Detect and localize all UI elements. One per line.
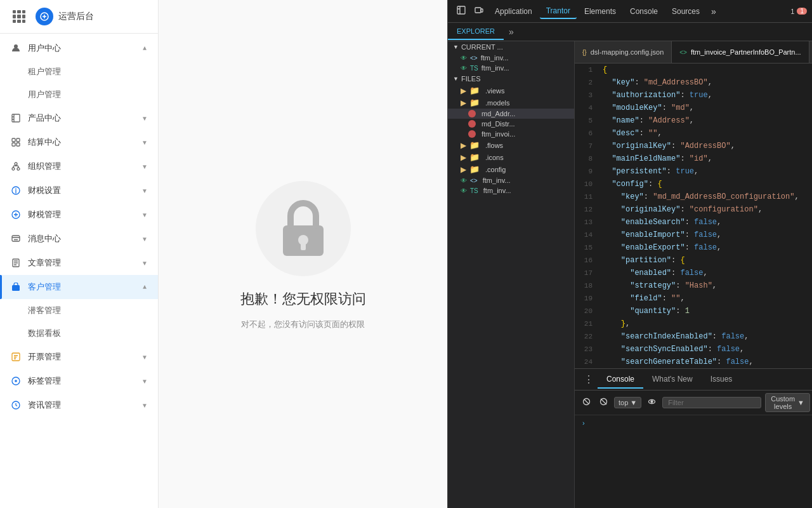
- file-item-md-addr[interactable]: md_Addr...: [448, 109, 574, 119]
- responsive-icon-btn[interactable]: [471, 4, 487, 18]
- file-item-ftm-ts[interactable]: 👁 TS ftm_inv...: [448, 185, 574, 196]
- chevron-icon: ▼: [141, 378, 148, 385]
- nav-sub-tenant[interactable]: 租户管理: [0, 60, 158, 83]
- files-section-header[interactable]: ▼ FILES: [448, 73, 574, 84]
- code-line-16: 16 "partition": {: [575, 254, 812, 267]
- devtools-panel: Application Trantor Elements Console Sou…: [447, 0, 812, 508]
- code-line-17: 17 "enabled": false,: [575, 267, 812, 279]
- tax-mgmt-label: 财税管理: [28, 209, 141, 220]
- clear-console-btn[interactable]: [580, 396, 593, 409]
- article-label: 文章管理: [28, 257, 141, 269]
- devtools-tab-console[interactable]: Console: [624, 4, 664, 18]
- filter-input[interactable]: [662, 397, 761, 408]
- nav-item-article[interactable]: 文章管理 ▼: [0, 251, 158, 275]
- vue-icon: <>: [470, 55, 478, 62]
- nav-item-customer[interactable]: 客户管理 ▼: [0, 275, 158, 299]
- ts-icon: TS: [470, 65, 478, 72]
- file-name: ftm_inv...: [483, 177, 511, 184]
- file-item-views[interactable]: ▶ 📁 .views: [448, 84, 574, 97]
- nav-item-message[interactable]: 消息中心 ▼: [0, 227, 158, 251]
- svg-rect-23: [481, 9, 483, 12]
- current-section-header[interactable]: ▼ CURRENT ...: [448, 41, 574, 53]
- issue-badge: 1 1: [790, 8, 807, 15]
- tab-issues[interactable]: Issues: [702, 371, 742, 389]
- folder-img-icon: 📁: [469, 140, 480, 150]
- file-item-config[interactable]: ▶ 📁 .config: [448, 163, 574, 175]
- tag-label: 标签管理: [28, 375, 141, 387]
- nav-sub-potential[interactable]: 潜客管理: [0, 299, 158, 322]
- tab-whats-new[interactable]: What's New: [643, 371, 702, 389]
- console-content[interactable]: ›: [575, 415, 812, 508]
- code-line-1: 1{: [575, 64, 812, 76]
- nav-item-org[interactable]: 组织管理 ▼: [0, 154, 158, 178]
- code-line-24: 24 "searchGenerateTable": false,: [575, 356, 812, 368]
- svg-rect-5: [12, 143, 15, 146]
- chevron-icon: ▼: [141, 284, 148, 291]
- chevron-icon: ▼: [141, 115, 148, 122]
- more-tabs-btn[interactable]: »: [707, 5, 720, 18]
- tab-explorer[interactable]: EXPLORER: [448, 23, 504, 40]
- devtools-tab-trantor[interactable]: Trantor: [540, 4, 577, 19]
- devtools-tab-application[interactable]: Application: [488, 4, 539, 18]
- svg-rect-6: [16, 143, 20, 146]
- chevron-icon: ▼: [141, 45, 148, 52]
- file-item-ftm-invoi[interactable]: ftm_invoi...: [448, 129, 574, 139]
- file-item-flows[interactable]: ▶ 📁 .flows: [448, 139, 574, 151]
- svg-rect-12: [12, 236, 20, 241]
- file-item-current-1[interactable]: 👁 <> ftm_inv...: [448, 53, 574, 63]
- top-context-btn[interactable]: top ▼: [614, 397, 641, 408]
- org-label: 组织管理: [28, 161, 141, 172]
- nav-item-settlement[interactable]: 结算中心 ▼: [0, 130, 158, 154]
- code-tabs: {} dsl-mapping.config.json <> ftm_invoic…: [575, 41, 812, 64]
- code-line-15: 15 "enableExport": false,: [575, 241, 812, 254]
- code-tab-dsl[interactable]: {} dsl-mapping.config.json: [575, 41, 672, 63]
- nav-sub-dashboard[interactable]: 数据看板: [0, 322, 158, 345]
- svg-rect-2: [12, 114, 20, 122]
- nav-item-user-center[interactable]: 用户中心 ▼: [0, 36, 158, 60]
- code-view[interactable]: 1{ 2 "key": "md_AddressBO", 3 "authoriza…: [575, 64, 812, 368]
- eye-icon: 👁: [461, 65, 467, 72]
- code-line-20: 20 "quantity": 1: [575, 305, 812, 318]
- nav-item-tax-settings[interactable]: 财税设置 ▼: [0, 178, 158, 203]
- nav-item-tax-mgmt[interactable]: 财税管理 ▼: [0, 203, 158, 227]
- folder-name: .views: [485, 87, 505, 95]
- file-item-models[interactable]: ▶ 📁 .models: [448, 97, 574, 109]
- settlement-center-label: 结算中心: [28, 137, 141, 148]
- code-panel: {} dsl-mapping.config.json <> ftm_invoic…: [575, 41, 812, 508]
- devtools-tab-elements[interactable]: Elements: [578, 4, 622, 18]
- custom-levels-btn[interactable]: Custom levels ▼: [765, 393, 810, 412]
- nav-item-product[interactable]: 产品中心 ▼: [0, 106, 158, 130]
- nav-item-invoice[interactable]: 开票管理 ▼: [0, 345, 158, 369]
- nav-item-tag[interactable]: 标签管理 ▼: [0, 369, 158, 393]
- kebab-menu-btn[interactable]: ⋮: [580, 372, 598, 387]
- more-icon[interactable]: »: [504, 23, 519, 41]
- eye-icon: 👁: [461, 55, 467, 62]
- tab-console[interactable]: Console: [598, 371, 643, 389]
- svg-rect-3: [12, 138, 15, 142]
- devtools-tab-sources[interactable]: Sources: [665, 4, 706, 18]
- chevron-icon: ▼: [141, 402, 148, 409]
- svg-rect-4: [16, 138, 20, 142]
- file-item-icons[interactable]: ▶ 📁 .icons: [448, 151, 574, 163]
- console-chevron-icon[interactable]: ›: [580, 418, 587, 428]
- folder-img-icon: 📁: [469, 86, 480, 95]
- file-item-md-distr[interactable]: md_Distr...: [448, 119, 574, 129]
- file-item-current-2[interactable]: 👁 TS ftm_inv...: [448, 63, 574, 73]
- code-tab-ftm[interactable]: <> ftm_invoice_PartnerInfoBO_Partn...: [672, 41, 809, 63]
- app-grid-icon[interactable]: [10, 8, 28, 25]
- svg-rect-21: [457, 6, 465, 14]
- file-name: ftm_inv...: [481, 54, 509, 62]
- eye-btn[interactable]: [645, 396, 658, 409]
- code-line-12: 12 "originalKey": "configuration",: [575, 203, 812, 216]
- nav-sub-user[interactable]: 用户管理: [0, 83, 158, 106]
- inspect-icon-btn[interactable]: [453, 4, 469, 18]
- chevron-icon: ▼: [141, 163, 148, 170]
- file-item-ftm-vue[interactable]: 👁 <> ftm_inv...: [448, 175, 574, 185]
- permission-subtitle: 对不起，您没有访问该页面的权限: [241, 319, 365, 330]
- nav-item-news[interactable]: 资讯管理 ▼: [0, 393, 158, 417]
- console-tabs: ⋮ Console What's New Issues: [575, 369, 812, 391]
- code-line-2: 2 "key": "md_AddressBO",: [575, 76, 812, 89]
- block-btn[interactable]: [597, 396, 610, 409]
- trantor-subtabs: EXPLORER »: [448, 23, 812, 41]
- code-line-13: 13 "enableSearch": false,: [575, 216, 812, 229]
